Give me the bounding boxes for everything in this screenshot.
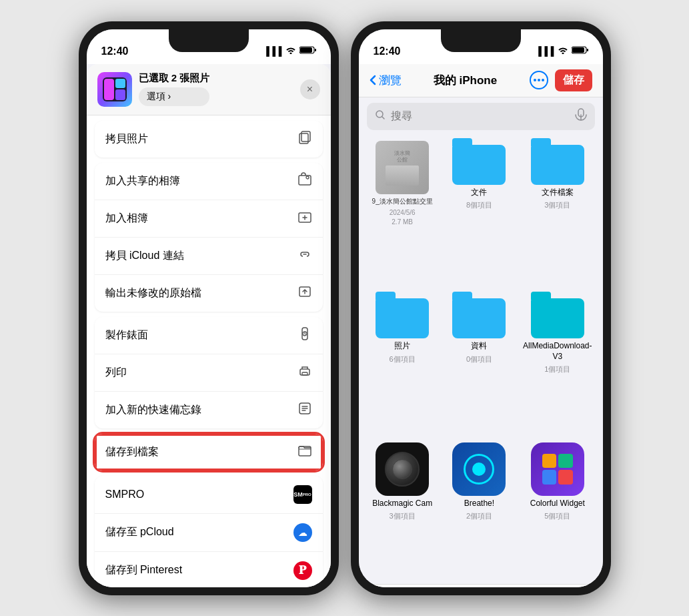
menu-item-make-watch-face-label: 製作錶面: [105, 328, 148, 342]
share-close-button[interactable]: ×: [300, 79, 320, 99]
svg-rect-16: [302, 372, 307, 375]
breathe-inner: [472, 463, 486, 476]
back-chevron-icon: [370, 75, 376, 85]
menu-item-export-original[interactable]: 輸出未修改的原始檔: [95, 275, 323, 312]
menu-section-4: 儲存到檔案: [95, 434, 323, 471]
share-selected-count: 已選取 2 張照片: [139, 72, 210, 85]
files-search-input[interactable]: [391, 110, 570, 122]
shared-album-icon: [297, 172, 312, 190]
folder-documents-icon: [452, 141, 506, 185]
menu-item-add-album-label: 加入相簿: [105, 212, 148, 226]
blackmagic-cam-icon: [376, 442, 429, 496]
file-item-breathe[interactable]: Breathe! 2個項目: [446, 442, 512, 579]
status-time-left: 12:40: [101, 45, 129, 57]
menu-section-2: 加入共享的相簿 加入相簿 拷貝 iCloud 連結: [95, 163, 323, 312]
right-phone: 12:40 ▐▐▐ 瀏覽 我的 iPhone: [351, 21, 611, 595]
wg-cell-1: [542, 454, 557, 469]
svg-point-26: [542, 79, 544, 81]
file-item-data[interactable]: 資料 0個項目: [446, 294, 512, 432]
share-header-left: 已選取 2 張照片 選項 ›: [97, 72, 210, 107]
bm-lens-inner: [392, 459, 412, 479]
left-phone-screen: 12:40 ▐▐▐: [87, 29, 331, 587]
file-item-preview-meta: 2024/5/62.7 MB: [390, 208, 416, 227]
status-time-right: 12:40: [374, 45, 401, 57]
file-item-documents-count: 8個項目: [466, 200, 492, 210]
menu-item-shared-album-label: 加入共享的相簿: [105, 174, 180, 188]
files-bottom-bar: 2個項目 ◯ 標籤: [359, 584, 603, 587]
menu-item-print[interactable]: 列印: [95, 354, 323, 392]
file-item-blackmagic-count: 3個項目: [390, 511, 416, 521]
copy-photo-icon: [297, 130, 312, 148]
icloud-link-icon: [297, 247, 312, 265]
share-header-info: 已選取 2 張照片 選項 ›: [139, 72, 210, 106]
files-back-label[interactable]: 瀏覽: [379, 73, 402, 88]
file-item-colorful-widget-name: Colorful Widget: [530, 499, 585, 509]
share-options-button[interactable]: 選項 ›: [139, 87, 210, 106]
file-item-allmedia[interactable]: AllMediaDownload-V3 1個項目: [523, 294, 592, 432]
file-item-breathe-count: 2個項目: [466, 511, 492, 521]
svg-rect-22: [572, 47, 584, 53]
menu-item-smpro[interactable]: SMPRO SMPRO: [95, 476, 323, 514]
file-preview-thumbnail: 淡水簡公館: [376, 141, 429, 194]
file-item-photos-count: 6個項目: [390, 354, 416, 364]
menu-section-1: 拷貝照片: [95, 121, 323, 158]
wg-cell-4: [558, 470, 573, 485]
file-item-doc-files-name: 文件檔案: [542, 188, 574, 198]
status-icons-right: ▐▐▐: [536, 46, 588, 56]
signal-icon: ▐▐▐: [263, 46, 282, 56]
menu-item-icloud-link[interactable]: 拷貝 iCloud 連結: [95, 238, 323, 275]
file-item-preview-name: 9_淡水簡公館點交里: [372, 197, 433, 206]
menu-item-make-watch-face[interactable]: 製作錶面: [95, 317, 323, 354]
folder-doc-files-icon: [531, 141, 584, 185]
quick-note-icon: [297, 401, 312, 419]
menu-item-pinterest[interactable]: 儲存到 Pinterest 𝐏: [95, 552, 323, 587]
svg-point-24: [534, 79, 536, 81]
wifi-icon-right: [558, 46, 568, 56]
svg-point-10: [306, 176, 309, 179]
widget-grid: [542, 454, 573, 485]
file-item-preview[interactable]: 淡水簡公館 9_淡水簡公館點交里 2024/5/62.7 MB: [370, 141, 436, 284]
more-icon: [530, 71, 548, 89]
menu-item-quick-note-label: 加入新的快速備忘錄: [105, 403, 201, 417]
menu-item-quick-note[interactable]: 加入新的快速備忘錄: [95, 392, 323, 428]
menu-item-copy-photo[interactable]: 拷貝照片: [95, 121, 323, 158]
menu-item-add-album[interactable]: 加入相簿: [95, 200, 323, 238]
file-item-documents[interactable]: 文件 8個項目: [446, 141, 512, 284]
menu-item-save-to-files-label: 儲存到檔案: [105, 445, 159, 459]
file-preview-inner: 淡水簡公館: [376, 141, 429, 194]
file-item-blackmagic-name: Blackmagic Cam: [372, 499, 432, 509]
breathe-app-icon: [452, 442, 506, 496]
folder-body: [531, 145, 584, 185]
share-sheet: 已選取 2 張照片 選項 › × 拷貝照片: [87, 64, 331, 587]
share-options-label: 選項 ›: [147, 91, 171, 103]
file-item-photos-name: 照片: [394, 341, 410, 352]
right-phone-screen: 12:40 ▐▐▐ 瀏覽 我的 iPhone: [359, 29, 603, 587]
menu-section-3: 製作錶面 列印 加入新的快速備忘錄: [95, 317, 323, 428]
file-item-data-count: 0個項目: [466, 354, 492, 364]
menu-item-icloud-link-label: 拷貝 iCloud 連結: [105, 249, 184, 263]
folder-data-icon: [452, 294, 506, 338]
folder-photos-icon: [376, 294, 429, 338]
file-item-blackmagic[interactable]: Blackmagic Cam 3個項目: [370, 442, 436, 579]
file-item-allmedia-count: 1個項目: [544, 364, 570, 374]
svg-rect-2: [315, 49, 316, 51]
menu-item-shared-album[interactable]: 加入共享的相簿: [95, 163, 323, 200]
files-nav-title: 我的 iPhone: [402, 73, 530, 88]
files-more-button[interactable]: [530, 71, 548, 89]
print-icon: [297, 364, 312, 382]
menu-item-save-to-files[interactable]: 儲存到檔案: [95, 434, 323, 471]
search-icon: [375, 109, 386, 123]
menu-item-print-label: 列印: [105, 366, 127, 380]
file-item-allmedia-name: AllMediaDownload-V3: [523, 341, 592, 362]
colorful-widget-icon: [531, 442, 584, 496]
file-item-data-name: 資料: [471, 341, 487, 352]
folder-body: [452, 298, 506, 338]
menu-item-pcloud[interactable]: 儲存至 pCloud ☁: [95, 514, 323, 552]
menu-item-copy-photo-label: 拷貝照片: [105, 132, 148, 146]
file-item-photos[interactable]: 照片 6個項目: [370, 294, 436, 432]
microphone-icon: [575, 108, 587, 125]
file-item-colorful-widget[interactable]: Colorful Widget 5個項目: [523, 442, 592, 579]
svg-rect-23: [587, 49, 588, 51]
files-save-button[interactable]: 儲存: [555, 69, 592, 91]
file-item-doc-files[interactable]: 文件檔案 3個項目: [523, 141, 592, 284]
